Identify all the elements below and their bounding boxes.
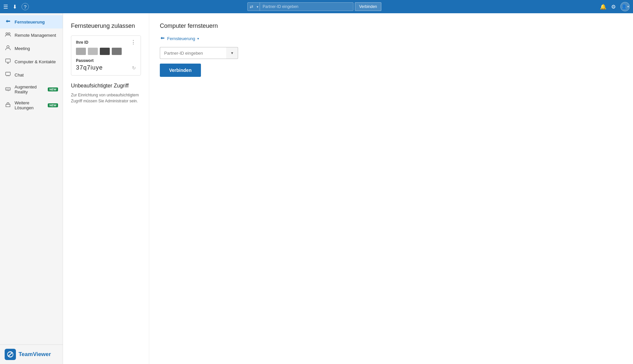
help-icon[interactable]: ? <box>22 3 29 10</box>
id-card: Ihre ID ⋮ Passwort 37q7iuye ↻ <box>71 35 141 76</box>
teamviewer-logo-text: TeamViewer <box>19 351 51 358</box>
left-panel-title: Fernsteuerung zulassen <box>71 23 141 29</box>
id-card-header: Ihre ID ⋮ <box>76 40 136 45</box>
id-label: Ihre ID <box>76 40 88 45</box>
id-card-menu-button[interactable]: ⋮ <box>131 40 136 45</box>
fernsteuerung-link-label: Fernsteuerung <box>167 36 195 41</box>
sidebar-label-chat: Chat <box>15 73 24 78</box>
sidebar-nav: Fernsteuerung Remote Management <box>0 13 63 344</box>
sidebar-footer: TeamViewer <box>0 344 63 364</box>
fernsteuerung-link-icon <box>160 35 165 42</box>
weitere-loesungen-badge: NEW <box>48 103 58 107</box>
svg-point-5 <box>7 89 8 90</box>
sidebar: Fernsteuerung Remote Management <box>0 13 63 364</box>
topbar: ☰ ⬇ ? ⇄ ▾ Partner-ID eingeben Verbinden … <box>0 0 633 13</box>
verbinden-button[interactable]: Verbinden <box>160 64 201 77</box>
sidebar-item-weitere-loesungen[interactable]: Weitere Lösungen NEW <box>0 97 63 113</box>
sidebar-item-fernsteuerung[interactable]: Fernsteuerung <box>0 15 63 28</box>
weitere-loesungen-icon <box>5 102 11 109</box>
teamviewer-logo-icon <box>5 349 16 360</box>
menu-icon[interactable]: ☰ <box>3 4 8 10</box>
avatar-chevron: ▾ <box>627 5 629 8</box>
sidebar-item-remote-management[interactable]: Remote Management <box>0 28 63 42</box>
main-layout: Fernsteuerung Remote Management <box>0 13 633 364</box>
sidebar-label-augmented-reality: Augmented Reality <box>15 84 43 94</box>
id-block-1 <box>76 48 86 55</box>
sidebar-label-remote-management: Remote Management <box>15 33 56 38</box>
augmented-reality-icon <box>5 86 11 93</box>
refresh-password-button[interactable]: ↻ <box>132 65 136 71</box>
dropdown-arrow-icon: ▾ <box>231 51 233 55</box>
user-avatar-button[interactable]: 👤 ▾ <box>620 2 630 11</box>
remote-management-icon <box>5 31 11 39</box>
topbar-link-icon: ⇄ <box>248 4 255 9</box>
meeting-icon <box>5 45 11 52</box>
id-block-4 <box>112 48 122 55</box>
fernsteuerung-dropdown-link[interactable]: Fernsteuerung ▾ <box>160 35 622 42</box>
left-panel: Fernsteuerung zulassen Ihre ID ⋮ Passwor… <box>63 13 149 364</box>
computer-kontakte-icon <box>5 58 11 65</box>
right-panel: Computer fernsteuern Fernsteuerung ▾ ▾ V… <box>149 13 633 364</box>
sidebar-item-augmented-reality[interactable]: Augmented Reality NEW <box>0 81 63 97</box>
content-area: Fernsteuerung zulassen Ihre ID ⋮ Passwor… <box>63 13 633 364</box>
sidebar-item-chat[interactable]: Chat <box>0 68 63 81</box>
sidebar-item-meeting[interactable]: Meeting <box>0 42 63 55</box>
svg-rect-3 <box>6 59 10 62</box>
svg-point-1 <box>8 33 10 34</box>
unattended-title: Unbeaufsichtigter Zugriff <box>71 83 141 89</box>
svg-rect-4 <box>6 72 10 76</box>
sidebar-label-computer-kontakte: Computer & Kontakte <box>15 59 56 64</box>
chat-icon <box>5 71 11 78</box>
fernsteuerung-icon <box>5 18 11 26</box>
fernsteuerung-chevron-icon: ▾ <box>197 37 199 40</box>
sidebar-label-weitere-loesungen: Weitere Lösungen <box>15 100 43 110</box>
topbar-right: 🔔 ⚙ 👤 ▾ <box>600 2 630 11</box>
password-label: Passwort <box>76 58 136 63</box>
svg-point-6 <box>8 89 9 90</box>
unattended-description: Zur Einrichtung von unbeaufsichtigtem Zu… <box>71 92 141 104</box>
partner-input-dropdown-button[interactable]: ▾ <box>226 47 238 59</box>
remote-panel-title: Computer fernsteuern <box>160 23 622 29</box>
topbar-partner-id-bar[interactable]: ⇄ ▾ Partner-ID eingeben <box>247 2 353 11</box>
topbar-connect-button[interactable]: Verbinden <box>355 2 381 11</box>
id-value-display <box>76 48 136 55</box>
download-icon[interactable]: ⬇ <box>13 4 17 10</box>
password-value: 37q7iuye <box>76 64 103 71</box>
partner-input-row: ▾ <box>160 47 622 59</box>
password-row: 37q7iuye ↻ <box>76 64 136 71</box>
sidebar-label-fernsteuerung: Fernsteuerung <box>15 20 45 25</box>
sidebar-label-meeting: Meeting <box>15 46 30 51</box>
topbar-left: ☰ ⬇ ? <box>3 3 29 10</box>
svg-point-2 <box>7 46 9 48</box>
augmented-reality-badge: NEW <box>48 87 58 91</box>
svg-point-0 <box>6 33 8 34</box>
id-block-2 <box>88 48 98 55</box>
settings-icon[interactable]: ⚙ <box>611 4 616 10</box>
sidebar-item-computer-kontakte[interactable]: Computer & Kontakte <box>0 55 63 68</box>
topbar-partner-id-text[interactable]: Partner-ID eingeben <box>260 4 353 9</box>
user-icon: 👤 <box>621 4 627 9</box>
partner-id-input[interactable] <box>160 47 226 59</box>
topbar-center: ⇄ ▾ Partner-ID eingeben Verbinden <box>29 2 600 11</box>
bell-icon[interactable]: 🔔 <box>600 4 606 10</box>
topbar-dropdown-arrow[interactable]: ▾ <box>255 3 260 11</box>
id-block-3 <box>100 48 110 55</box>
